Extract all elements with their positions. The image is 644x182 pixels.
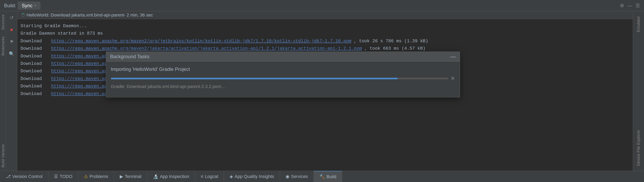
bottom-bar: ⎇ Version Control ☰ TODO ⚠ Problems ▶ Te… [0, 171, 644, 182]
problems-tab-icon: ⚠ [84, 174, 88, 179]
bottom-tab-logcat[interactable]: ≡ Logcat [195, 171, 224, 182]
services-tab-icon: ◉ [286, 174, 290, 179]
bottom-tab-app-quality-insights[interactable]: ◈ App Quality Insights [224, 171, 280, 182]
right-tab-emulator[interactable]: Emulator [634, 13, 642, 36]
download-suffix: , took 663 ms (4.57 kB) [364, 45, 426, 52]
main-layout: Structure Bookmarks Build Variants ↺ ■ ⚑… [0, 11, 644, 171]
bottom-tab-services[interactable]: ◉ Services [280, 171, 314, 182]
output-line: Starting Gradle Daemon... [20, 22, 633, 30]
download-url[interactable]: https://repo.maven.apache.org/maven2/org… [51, 38, 352, 45]
logcat-tab-icon: ≡ [201, 174, 203, 179]
sidebar-item-bookmarks[interactable]: Bookmarks [0, 33, 6, 59]
background-tasks-title: Background Tasks [110, 54, 150, 60]
progress-bar-fill [111, 78, 398, 79]
tab-close-icon[interactable]: × [34, 3, 36, 8]
output-line: Gradle Daemon started in 873 ms [20, 30, 633, 37]
version-control-tab-label: Version Control [12, 174, 42, 179]
left-icon-sidebar: ↺ ■ ⚑ 🔍 [6, 11, 17, 171]
sync-icon[interactable]: ↺ [8, 14, 16, 22]
progress-bar-container [111, 78, 448, 79]
bottom-tab-build[interactable]: 🔨 Build [314, 171, 342, 182]
app-quality-insights-tab-icon: ◈ [230, 174, 233, 179]
bottom-tab-terminal[interactable]: ▶ Terminal [114, 171, 147, 182]
top-bar: Build: Sync × ⚙ — ☰ [0, 0, 644, 11]
logcat-tab-label: Logcat [205, 174, 218, 179]
right-tab-device-file-explorer[interactable]: Device File Explorer [634, 127, 642, 169]
problems-tab-label: Problems [90, 174, 108, 179]
download-label: Download [20, 68, 49, 75]
build-tab-icon: 🔨 [320, 174, 325, 180]
build-tab-label: Build [326, 174, 336, 180]
app-inspection-tab-icon: 🔬 [153, 174, 158, 179]
top-bar-actions: ⚙ — ☰ [620, 3, 640, 8]
download-label: Download [20, 82, 49, 90]
todo-tab-label: TODO [60, 174, 72, 179]
bottom-tab-todo[interactable]: ☰ TODO [48, 171, 78, 182]
settings-icon[interactable]: ⚙ [620, 3, 624, 8]
status-spinner [21, 13, 25, 17]
status-line: HelloWorld: Download jakarta.xml.bind-ap… [17, 11, 633, 19]
terminal-tab-label: Terminal [125, 174, 142, 179]
sync-tab[interactable]: Sync × [18, 2, 40, 10]
bottom-tab-version-control[interactable]: ⎇ Version Control [0, 171, 48, 182]
download-url[interactable]: https://repo.maven.apache.org/maven2/jak… [51, 45, 362, 52]
progress-cancel-button[interactable]: ✕ [450, 75, 455, 82]
terminal-tab-icon: ▶ [120, 174, 123, 179]
center-content: HelloWorld: Download jakarta.xml.bind-ap… [17, 11, 633, 171]
rerun-icon[interactable]: ⚑ [8, 38, 16, 46]
output-line: Download https://repo.maven.apache.org/m… [20, 38, 633, 45]
background-tasks-minimize-button[interactable]: — [450, 54, 456, 60]
app-quality-insights-tab-label: App Quality Insights [235, 174, 274, 179]
output-text: Gradle Daemon started in 873 ms [20, 30, 103, 37]
right-sidebar: Emulator Device File Explorer [633, 11, 644, 171]
download-label: Download [20, 75, 49, 82]
minimize-icon[interactable]: — [628, 3, 632, 8]
todo-tab-icon: ☰ [54, 174, 58, 179]
download-label: Download [20, 60, 49, 68]
background-tasks-header: Background Tasks — [106, 52, 460, 62]
sidebar-item-build-variants[interactable]: Build Variants [0, 141, 6, 171]
download-label: Download [20, 45, 49, 52]
task-detail: Gradle: Download jakarta.xml.bind-api-pa… [111, 84, 455, 89]
bottom-tab-app-inspection[interactable]: 🔬 App Inspection [147, 171, 195, 182]
background-tasks-body: Importing 'HelloWorld' Gradle Project ✕ … [106, 62, 460, 97]
output-text: Starting Gradle Daemon... [20, 22, 87, 30]
status-text: HelloWorld: Download jakarta.xml.bind-ap… [26, 12, 153, 18]
menu-icon[interactable]: ☰ [636, 3, 640, 8]
download-suffix: , took 26 s 786 ms (1.39 kB) [354, 38, 428, 45]
sidebar-item-structure[interactable]: Structure [0, 11, 6, 33]
bottom-tab-problems[interactable]: ⚠ Problems [78, 171, 114, 182]
app-inspection-tab-label: App Inspection [160, 174, 190, 179]
services-tab-label: Services [291, 174, 308, 179]
download-label: Download [20, 52, 49, 60]
task-name: Importing 'HelloWorld' Gradle Project [111, 66, 455, 72]
build-label: Build: [4, 3, 16, 8]
download-label: Download [20, 90, 49, 98]
filter-icon[interactable]: 🔍 [8, 50, 16, 58]
download-label: Download [20, 38, 49, 45]
output-line: Download https://repo.maven.apache.org/m… [20, 45, 633, 52]
progress-row: ✕ [111, 75, 455, 82]
background-tasks-dialog: Background Tasks — Importing 'HelloWorld… [106, 52, 460, 98]
sync-tab-label: Sync [22, 3, 32, 8]
stop-icon[interactable]: ■ [8, 26, 16, 34]
left-labels-panel: Structure Bookmarks Build Variants [0, 11, 6, 171]
version-control-tab-icon: ⎇ [6, 174, 11, 179]
